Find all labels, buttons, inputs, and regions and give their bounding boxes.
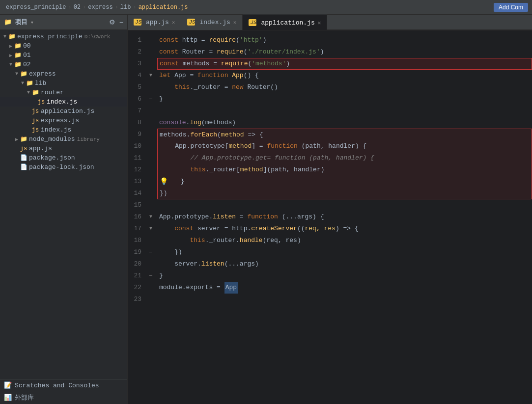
folder-icon: 📁 (14, 61, 22, 68)
sidebar-tree: ▼ 📁 express_principle D:\CWork ▶ 📁 00 ▶ … (0, 30, 127, 379)
close-icon[interactable]: ✕ (318, 20, 321, 26)
tab-bar: JS app.js ✕ JS index.js ✕ JS application… (128, 15, 532, 30)
sidebar-item-package-json[interactable]: ▶ 📄 package.json (0, 153, 127, 162)
gutter-line-20 (149, 258, 157, 270)
code-line-7 (157, 105, 532, 117)
add-com-button[interactable]: Add Com (494, 3, 528, 12)
sidebar-title: 📁 项目 ▾ (4, 18, 34, 27)
sidebar-header: 📁 项目 ▾ ⚙ − (0, 15, 127, 30)
sidebar-item-express-principle[interactable]: ▼ 📁 express_principle D:\CWork (0, 32, 127, 41)
tree-label: index.js (41, 126, 71, 134)
fold-arrow-16[interactable]: ▼ (149, 211, 157, 223)
folder-icon: 📁 (20, 135, 28, 143)
sidebar-item-router[interactable]: ▼ 📁 router (0, 88, 127, 97)
fold-arrow-4[interactable]: ▼ (149, 70, 157, 81)
bulb-icon: 💡 (160, 176, 168, 188)
code-line-18: this._router.handle(req, res) (157, 235, 532, 246)
external-lib-item[interactable]: 📊 外部库 (0, 391, 127, 404)
gutter-line-3 (149, 58, 157, 70)
tree-arrow: ▼ (2, 34, 8, 39)
gutter-line-9 (149, 129, 157, 140)
code-editor[interactable]: 1 2 3 4 5 6 7 8 9 10 11 12 13 14 15 16 1… (128, 30, 532, 404)
sidebar-bottom: 📝 Scratches and Consoles 📊 外部库 (0, 379, 127, 404)
js-icon: JS (249, 19, 256, 26)
gutter-line-11 (149, 152, 157, 164)
folder-icon: 📁 (4, 18, 12, 26)
tab-application-js[interactable]: JS application.js ✕ (243, 15, 327, 30)
tree-arrow: ▼ (14, 71, 20, 77)
gutter-line-8 (149, 117, 157, 129)
code-line-4: let App = function App() { (157, 70, 532, 81)
tree-label: app.js (29, 145, 52, 152)
close-icon[interactable]: ✕ (172, 19, 175, 26)
gutter-line-7 (149, 105, 157, 117)
tree-label: 01 (23, 52, 31, 59)
code-line-22: module.exports = App (157, 282, 532, 294)
code-line-17: const server = http.createServer((req, r… (157, 223, 532, 235)
tab-app-js[interactable]: JS app.js ✕ (128, 15, 181, 30)
sidebar-item-express[interactable]: ▼ 📁 express (0, 69, 127, 79)
sidebar-item-package-lock[interactable]: ▶ 📄 package-lock.json (0, 162, 127, 172)
sidebar-item-02[interactable]: ▼ 📁 02 (0, 60, 127, 69)
breadcrumb-3[interactable]: express (86, 4, 114, 11)
gutter-line-15 (149, 199, 157, 211)
fold-close-21: — (149, 270, 157, 282)
tab-label: application.js (261, 19, 314, 27)
tree-label: router (41, 89, 64, 96)
sidebar-item-express-js[interactable]: ▶ js express.js (0, 116, 127, 125)
code-line-5: this._router = new Router() (157, 81, 532, 93)
sidebar-item-lib-index[interactable]: ▶ js index.js (0, 125, 127, 135)
code-line-1: const http = require('http') (157, 34, 532, 46)
collapse-icon[interactable]: − (119, 18, 123, 26)
scratches-item[interactable]: 📝 Scratches and Consoles (0, 379, 127, 391)
line-numbers: 1 2 3 4 5 6 7 8 9 10 11 12 13 14 15 16 1… (128, 34, 149, 400)
sidebar-item-application[interactable]: ▶ js application.js (0, 107, 127, 116)
scratches-icon: 📝 (4, 381, 12, 389)
folder-icon: 📁 (26, 80, 33, 87)
tree-arrow: ▶ (8, 43, 14, 49)
folder-icon: 📁 (8, 33, 16, 40)
js-icon: js (20, 145, 28, 152)
js-icon: JS (187, 19, 195, 26)
path-label: D:\CWork (84, 34, 111, 40)
breadcrumb-2[interactable]: 02 (72, 4, 83, 11)
gutter-line-18 (149, 235, 157, 246)
code-line-8: console.log(methods) (157, 117, 532, 129)
sidebar-item-00[interactable]: ▶ 📁 00 (0, 41, 127, 51)
tree-label: express.js (41, 117, 79, 124)
fold-arrow-17[interactable]: ▼ (149, 223, 157, 235)
tree-label: node_modules (29, 135, 75, 143)
sidebar-title-label: 项目 (15, 18, 28, 27)
gutter-line-5 (149, 81, 157, 93)
tab-label: index.js (199, 19, 230, 26)
settings-icon[interactable]: ⚙ (109, 18, 115, 26)
gutter-line-10 (149, 140, 157, 152)
code-line-20: server.listen(...args) (157, 258, 532, 270)
sidebar-icons: ⚙ − (109, 18, 123, 26)
fold-close-19: — (149, 246, 157, 258)
folder-icon: 📁 (31, 89, 39, 96)
breadcrumb-1[interactable]: express_principle (4, 4, 68, 11)
code-line-12: this._router[method](path, handler) (157, 164, 532, 176)
breadcrumb-5[interactable]: application.js (137, 4, 190, 11)
sidebar-item-app-js[interactable]: ▶ js app.js (0, 144, 127, 153)
close-icon[interactable]: ✕ (233, 19, 237, 26)
breadcrumb-4[interactable]: lib (118, 4, 133, 11)
folder-icon: 📁 (14, 52, 22, 59)
code-line-3: const methods = require('methods') (157, 58, 532, 70)
sidebar-item-router-index[interactable]: ▶ js index.js (0, 97, 127, 107)
gutter-line-14 (149, 188, 157, 199)
sidebar-item-01[interactable]: ▶ 📁 01 (0, 51, 127, 60)
tree-arrow: ▼ (26, 90, 31, 95)
code-line-19: }) (157, 246, 532, 258)
sidebar-item-lib[interactable]: ▼ 📁 lib (0, 79, 127, 88)
tab-index-js[interactable]: JS index.js ✕ (181, 15, 243, 30)
scratches-label: Scratches and Consoles (15, 382, 99, 389)
top-bar: express_principle › 02 › express › lib ›… (0, 0, 532, 15)
sidebar-item-node-modules[interactable]: ▶ 📁 node_modules library (0, 135, 127, 144)
js-icon: js (31, 127, 39, 134)
code-line-2: const Router = require('./router/index.j… (157, 46, 532, 58)
gutter-line-22 (149, 282, 157, 294)
gutter-line-1 (149, 34, 157, 46)
code-line-14: }) (157, 188, 532, 199)
